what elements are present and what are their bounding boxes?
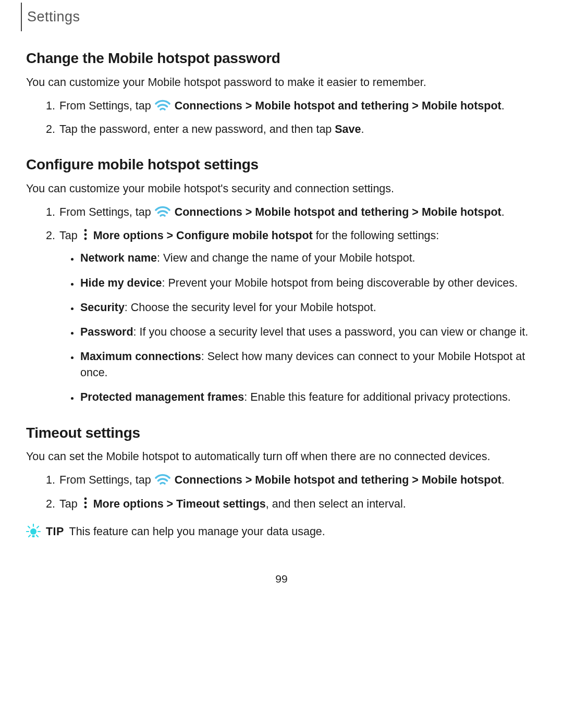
text: : Choose the security level for your Mob… — [125, 301, 376, 314]
text: : View and change the name of your Mobil… — [157, 252, 415, 264]
page-number: 99 — [26, 571, 537, 587]
heading-configure: Configure mobile hotspot settings — [26, 154, 537, 176]
wifi-icon — [155, 473, 170, 487]
intro-change-password: You can customize your Mobile hotspot pa… — [26, 75, 537, 91]
svg-point-0 — [84, 229, 87, 232]
svg-point-5 — [84, 505, 87, 508]
list-item: Security: Choose the security level for … — [79, 300, 537, 316]
text: Tap — [59, 229, 81, 242]
text: . — [501, 100, 505, 112]
label: Maximum connections — [80, 350, 201, 363]
text-bold: > — [409, 206, 422, 218]
text: : Enable this feature for additional pri… — [244, 391, 511, 403]
wifi-icon — [155, 205, 170, 219]
text: Tap the password, enter a new password, … — [59, 123, 335, 135]
text: : If you choose a security level that us… — [133, 326, 529, 338]
text-bold: Save — [335, 123, 361, 135]
text-bold: More options — [93, 498, 164, 510]
label: Security — [80, 301, 125, 314]
text-bold: Connections — [175, 474, 242, 486]
text: From Settings, tap — [59, 474, 154, 486]
steps-configure: From Settings, tap Connections > Mobile … — [26, 204, 537, 406]
text-bold: > — [409, 474, 422, 486]
label: Protected management frames — [80, 391, 244, 403]
text: . — [501, 206, 505, 218]
text-bold: Mobile hotspot — [422, 206, 501, 218]
page-header: Settings — [21, 3, 537, 31]
text: . — [361, 123, 364, 135]
svg-point-6 — [30, 528, 36, 535]
text: . — [501, 474, 505, 486]
step-item: From Settings, tap Connections > Mobile … — [58, 472, 537, 488]
list-item: Maximum connections: Select how many dev… — [79, 349, 537, 381]
list-item: Protected management frames: Enable this… — [79, 389, 537, 405]
more-options-icon — [82, 229, 89, 240]
text: From Settings, tap — [59, 206, 154, 218]
more-options-icon — [82, 497, 89, 509]
tip-callout: TIP This feature can help you manage you… — [26, 524, 537, 540]
step-item: Tap More options > Timeout settings, and… — [58, 496, 537, 512]
list-item: Network name: View and change the name o… — [79, 250, 537, 266]
step-item: From Settings, tap Connections > Mobile … — [58, 98, 537, 114]
intro-configure: You can customize your mobile hotspot's … — [26, 181, 537, 197]
text-bold: > — [409, 100, 422, 112]
svg-line-13 — [36, 535, 38, 537]
step-item: Tap More options > Configure mobile hots… — [58, 228, 537, 405]
tip-text: This feature can help you manage your da… — [69, 525, 325, 538]
tip-label: TIP — [46, 525, 64, 538]
intro-timeout: You can set the Mobile hotspot to automa… — [26, 449, 537, 465]
label: Password — [80, 326, 133, 338]
label: Network name — [80, 252, 157, 264]
heading-timeout: Timeout settings — [26, 423, 537, 444]
list-item: Password: If you choose a security level… — [79, 324, 537, 340]
steps-change-password: From Settings, tap Connections > Mobile … — [26, 98, 537, 138]
text: for the following settings: — [313, 229, 439, 242]
text-bold: > — [242, 100, 255, 112]
text: Tap — [59, 498, 81, 510]
text: From Settings, tap — [59, 100, 154, 112]
svg-point-3 — [84, 497, 87, 500]
settings-list: Network name: View and change the name o… — [59, 250, 537, 405]
svg-line-9 — [37, 526, 39, 528]
text-bold: Mobile hotspot and tethering — [255, 100, 409, 112]
svg-point-1 — [84, 233, 87, 236]
svg-line-12 — [29, 535, 30, 537]
svg-point-2 — [84, 238, 87, 240]
text-bold: More options — [93, 229, 164, 242]
text-bold: > — [164, 229, 177, 242]
heading-change-password: Change the Mobile hotspot password — [26, 48, 537, 69]
text-bold: Timeout settings — [176, 498, 266, 510]
text-bold: Mobile hotspot and tethering — [255, 206, 409, 218]
lightbulb-icon — [26, 524, 41, 538]
text-bold: > — [242, 206, 255, 218]
text-bold: Mobile hotspot — [422, 100, 501, 112]
text-bold: Connections — [175, 100, 242, 112]
step-item: Tap the password, enter a new password, … — [58, 121, 537, 138]
text-bold: Mobile hotspot and tethering — [255, 474, 409, 486]
text: , and then select an interval. — [266, 498, 406, 510]
step-item: From Settings, tap Connections > Mobile … — [58, 204, 537, 220]
text-bold: Configure mobile hotspot — [176, 229, 313, 242]
svg-point-4 — [84, 501, 87, 504]
label: Hide my device — [80, 277, 162, 289]
list-item: Hide my device: Prevent your Mobile hots… — [79, 275, 537, 291]
text-bold: > — [242, 474, 255, 486]
text-bold: Mobile hotspot — [422, 474, 501, 486]
text-bold: > — [164, 498, 177, 510]
wifi-icon — [155, 99, 170, 113]
svg-rect-14 — [32, 535, 35, 537]
steps-timeout: From Settings, tap Connections > Mobile … — [26, 472, 537, 512]
text: : Prevent your Mobile hotspot from being… — [162, 277, 518, 289]
text-bold: Connections — [175, 206, 242, 218]
svg-line-8 — [28, 526, 30, 528]
